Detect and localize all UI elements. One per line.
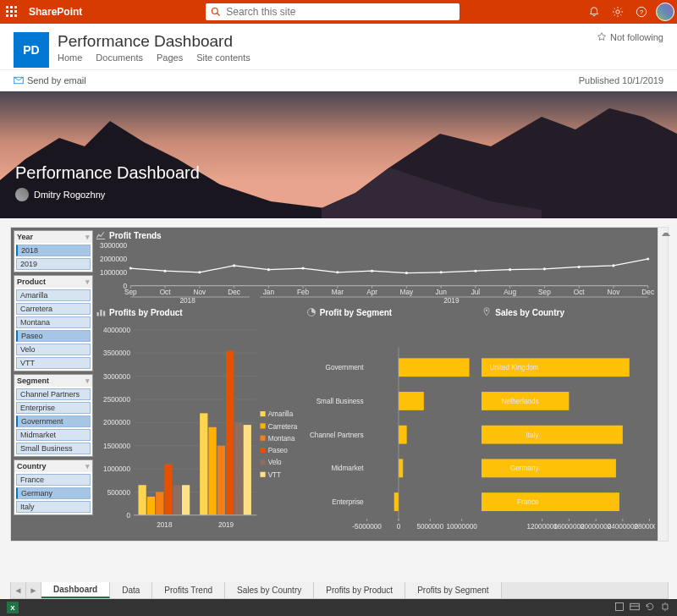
svg-text:1000000: 1000000 bbox=[103, 465, 130, 473]
svg-rect-163 bbox=[630, 603, 640, 610]
slicer-item[interactable]: Italy bbox=[16, 501, 91, 513]
chart-canvas: United KingdomNetherlandsItalyGermanyFra… bbox=[482, 319, 655, 538]
app-launcher-icon[interactable] bbox=[0, 6, 24, 18]
svg-rect-74 bbox=[103, 311, 105, 316]
slicer-item[interactable]: Government bbox=[16, 415, 91, 427]
sheet-tab-profits-by-segment[interactable]: Profits by Segment bbox=[405, 582, 501, 598]
svg-rect-97 bbox=[173, 485, 181, 515]
settings-icon[interactable] bbox=[606, 0, 630, 24]
svg-text:Jul: Jul bbox=[471, 289, 481, 296]
svg-text:Dec: Dec bbox=[228, 289, 240, 296]
svg-rect-104 bbox=[234, 422, 242, 515]
svg-point-20 bbox=[164, 270, 167, 272]
sheet-tab-dashboard[interactable]: Dashboard bbox=[41, 582, 110, 598]
refresh-icon[interactable] bbox=[645, 600, 655, 615]
svg-text:0: 0 bbox=[396, 523, 400, 531]
open-icon[interactable] bbox=[660, 600, 670, 615]
sheet-prev-icon[interactable]: ◄ bbox=[11, 582, 26, 598]
filter-icon[interactable]: ▾ bbox=[85, 233, 90, 241]
slicer-item[interactable]: Montana bbox=[16, 316, 91, 328]
user-avatar[interactable] bbox=[653, 0, 677, 24]
svg-text:Feb: Feb bbox=[297, 289, 310, 296]
svg-rect-6 bbox=[6, 14, 8, 17]
svg-text:3000000: 3000000 bbox=[103, 373, 130, 381]
svg-rect-121 bbox=[399, 358, 470, 377]
nav-documents[interactable]: Documents bbox=[96, 52, 143, 63]
svg-text:Netherlands: Netherlands bbox=[502, 398, 539, 405]
slicer-item[interactable]: Midmarket bbox=[16, 429, 91, 441]
search-input[interactable] bbox=[226, 6, 460, 18]
trend-icon bbox=[96, 230, 106, 240]
sheet-tab-data[interactable]: Data bbox=[110, 582, 152, 598]
slicer-item[interactable]: Velo bbox=[16, 344, 91, 355]
follow-button[interactable]: Not following bbox=[597, 32, 663, 42]
slicer-title: Year bbox=[17, 233, 33, 241]
svg-point-24 bbox=[302, 267, 305, 270]
suite-bar: SharePoint ? bbox=[0, 0, 677, 24]
site-logo[interactable]: PD bbox=[14, 32, 49, 68]
chart-profit-trends: Profit Trends 0100000020000003000000SepO… bbox=[96, 230, 655, 305]
sheet-tab-profits-trend[interactable]: Profits Trend bbox=[152, 582, 225, 598]
slicer-item[interactable]: VTT bbox=[16, 357, 91, 369]
slicer-item[interactable]: 2018 bbox=[16, 245, 91, 256]
svg-text:May: May bbox=[400, 289, 414, 296]
sheet-tab-sales-by-country[interactable]: Sales by Country bbox=[225, 582, 314, 598]
search-box[interactable] bbox=[206, 3, 460, 20]
site-title[interactable]: Performance Dashboard bbox=[58, 32, 250, 51]
filter-icon[interactable]: ▾ bbox=[85, 462, 90, 470]
svg-text:?: ? bbox=[640, 8, 644, 16]
chart-profits-by-product: Profits by Product 050000010000001500000… bbox=[96, 307, 304, 538]
svg-text:3500000: 3500000 bbox=[103, 349, 130, 357]
slicer-item[interactable]: Small Business bbox=[16, 443, 91, 454]
nav-pages[interactable]: Pages bbox=[157, 52, 183, 63]
nav-contents[interactable]: Site contents bbox=[196, 52, 250, 63]
svg-text:0: 0 bbox=[126, 512, 130, 520]
slicer-title: Segment bbox=[17, 377, 49, 385]
slicer-item[interactable]: Paseo bbox=[16, 330, 91, 342]
site-nav: Home Documents Pages Site contents bbox=[58, 52, 250, 63]
send-by-email-button[interactable]: Send by email bbox=[14, 75, 86, 85]
svg-point-25 bbox=[336, 271, 338, 273]
slicer-item[interactable]: Amarilla bbox=[16, 289, 91, 301]
hero-banner: Performance Dashboard Dmitry Rogozhny bbox=[0, 91, 677, 218]
slicer-item[interactable]: Enterprise bbox=[16, 402, 91, 414]
svg-rect-73 bbox=[100, 310, 102, 316]
pin-icon bbox=[482, 307, 492, 317]
excel-icon[interactable]: X bbox=[7, 602, 19, 613]
svg-text:Oct: Oct bbox=[160, 289, 172, 296]
data-view-icon[interactable] bbox=[630, 600, 640, 615]
svg-rect-1 bbox=[10, 6, 13, 8]
site-header: PD Performance Dashboard Home Documents … bbox=[0, 24, 677, 69]
vertical-scrollbar[interactable] bbox=[658, 228, 668, 541]
filter-icon[interactable]: ▾ bbox=[85, 377, 90, 385]
svg-rect-110 bbox=[260, 423, 265, 428]
command-bar: Send by email Published 10/1/2019 bbox=[0, 69, 677, 91]
help-icon[interactable]: ? bbox=[630, 0, 653, 24]
slicer-item[interactable]: France bbox=[16, 474, 91, 486]
svg-line-10 bbox=[217, 14, 220, 16]
svg-rect-96 bbox=[164, 465, 172, 515]
svg-text:Velo: Velo bbox=[268, 459, 282, 466]
sheet-tab-profits-by-product[interactable]: Profits by Product bbox=[314, 582, 405, 598]
excel-footer: X bbox=[0, 599, 677, 616]
svg-rect-95 bbox=[156, 492, 163, 514]
slicer-item[interactable]: Carretera bbox=[16, 303, 91, 315]
sheet-next-icon[interactable]: ► bbox=[26, 582, 41, 598]
published-date: Published 10/1/2019 bbox=[579, 75, 663, 85]
filter-icon[interactable]: ▾ bbox=[85, 278, 90, 286]
suite-name[interactable]: SharePoint bbox=[24, 6, 87, 18]
nav-home[interactable]: Home bbox=[58, 52, 82, 63]
slicer-item[interactable]: Germany bbox=[16, 487, 91, 499]
svg-rect-93 bbox=[138, 485, 146, 515]
chart-view-icon[interactable] bbox=[614, 600, 625, 615]
svg-rect-2 bbox=[14, 6, 17, 8]
notifications-icon[interactable] bbox=[582, 0, 606, 24]
svg-text:France: France bbox=[517, 498, 539, 506]
svg-text:1000000: 1000000 bbox=[100, 269, 128, 277]
slicer-item[interactable]: Channel Partners bbox=[16, 388, 91, 400]
sheet-tabs: ◄ ► Dashboard Data Profits Trend Sales b… bbox=[10, 582, 669, 599]
slicer-item[interactable]: 2019 bbox=[16, 258, 91, 270]
chart-title: Profits by Product bbox=[109, 308, 183, 317]
svg-text:10000000: 10000000 bbox=[446, 523, 477, 531]
svg-text:Montana: Montana bbox=[268, 435, 295, 443]
